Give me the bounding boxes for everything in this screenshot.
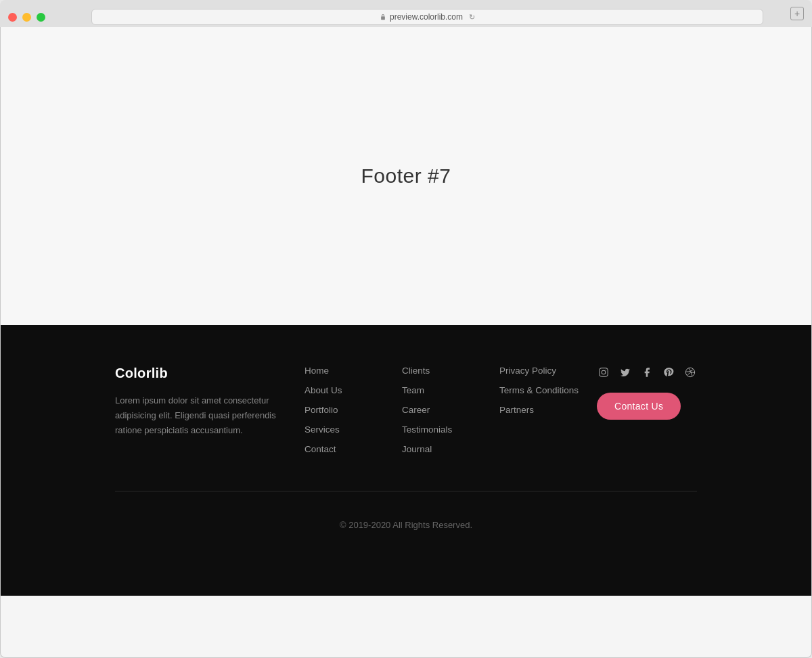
copyright-text: © 2019-2020 All Rights Reserved. [340, 520, 472, 530]
nav-link-privacy[interactable]: Privacy Policy [499, 366, 583, 376]
nav-link-testimonials[interactable]: Testimonials [402, 424, 486, 435]
pinterest-icon[interactable] [662, 366, 675, 379]
page-title: Footer #7 [361, 164, 451, 188]
nav-link-journal[interactable]: Journal [402, 444, 486, 454]
footer-brand-column: Colorlib Lorem ipsum dolor sit amet cons… [115, 366, 291, 464]
nav-link-portfolio[interactable]: Portfolio [304, 405, 388, 415]
nav-link-clients[interactable]: Clients [402, 366, 486, 376]
nav-link-services[interactable]: Services [304, 424, 388, 435]
brand-description: Lorem ipsum dolor sit amet consectetur a… [115, 393, 291, 438]
url-text: preview.colorlib.com [390, 12, 463, 22]
facebook-icon[interactable] [640, 366, 654, 379]
svg-rect-0 [381, 16, 385, 20]
nav-link-team[interactable]: Team [402, 385, 486, 395]
footer-nav-col-1: Home About Us Portfolio Services Contact [304, 366, 388, 464]
footer-legal-col: Privacy Policy Terms & Conditions Partne… [499, 366, 583, 464]
nav-link-contact[interactable]: Contact [304, 444, 388, 454]
minimize-button[interactable] [22, 13, 31, 22]
nav-link-terms[interactable]: Terms & Conditions [499, 385, 583, 395]
footer-top: Colorlib Lorem ipsum dolor sit amet cons… [115, 366, 697, 491]
instagram-icon[interactable] [597, 366, 610, 379]
dribbble-icon[interactable] [683, 366, 697, 379]
browser-window: Footer #7 Colorlib Lorem ipsum dolor sit… [0, 27, 812, 658]
nav-link-partners[interactable]: Partners [499, 405, 583, 415]
nav-link-home[interactable]: Home [304, 366, 388, 376]
contact-us-button[interactable]: Contact Us [597, 393, 681, 420]
new-tab-button[interactable]: + [790, 7, 804, 20]
footer-divider [115, 491, 697, 491]
nav-link-career[interactable]: Career [402, 405, 486, 415]
refresh-icon[interactable]: ↻ [469, 13, 475, 22]
social-icons-row [597, 366, 697, 379]
main-content-area: Footer #7 [1, 27, 811, 325]
brand-name: Colorlib [115, 366, 291, 381]
address-bar[interactable]: preview.colorlib.com ↻ [91, 9, 763, 25]
footer-inner: Colorlib Lorem ipsum dolor sit amet cons… [102, 366, 710, 558]
maximize-button[interactable] [37, 13, 45, 22]
twitter-icon[interactable] [618, 366, 632, 379]
footer: Colorlib Lorem ipsum dolor sit amet cons… [1, 325, 811, 596]
footer-social-col: Contact Us [597, 366, 697, 464]
nav-link-about[interactable]: About Us [304, 385, 388, 395]
lock-icon [380, 14, 386, 20]
close-button[interactable] [8, 13, 17, 22]
browser-chrome: preview.colorlib.com ↻ + [0, 0, 812, 27]
footer-bottom: © 2019-2020 All Rights Reserved. [115, 505, 697, 558]
footer-nav-col-2: Clients Team Career Testimonials Journal [402, 366, 486, 464]
